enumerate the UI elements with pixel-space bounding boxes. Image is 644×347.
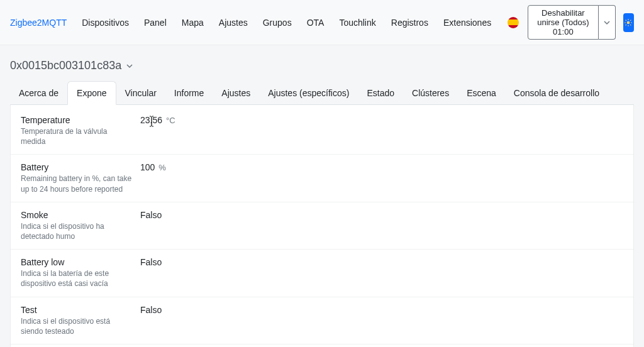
feature-row-smoke: Smoke Indica si el dispositivo ha detect… (11, 202, 633, 250)
permit-join-button[interactable]: Deshabilitar unirse (Todos) 01:00 (528, 5, 598, 40)
tab-scene[interactable]: Escena (458, 81, 505, 104)
tab-dev-console[interactable]: Consola de desarrollo (505, 81, 608, 104)
tab-settings-specific[interactable]: Ajustes (específicos) (259, 81, 358, 104)
device-ieee: 0x0015bc003101c83a (10, 59, 121, 72)
feature-name: Battery (21, 162, 133, 172)
feature-name: Battery low (21, 257, 133, 267)
tab-state[interactable]: Estado (358, 81, 403, 104)
device-title[interactable]: 0x0015bc003101c83a (10, 55, 634, 81)
tab-bind[interactable]: Vincular (116, 81, 165, 104)
nav-item-touchlink[interactable]: Touchlink (333, 14, 382, 31)
feature-row-battery: Battery Remaining battery in %, can take… (11, 155, 633, 202)
feature-row-battery-low: Battery low Indica si la batería de este… (11, 250, 633, 297)
feature-desc: Indica si el dispositivo ha detectado hu… (21, 221, 133, 241)
page-container: 0x0015bc003101c83a Acerca de Expone Vinc… (0, 45, 644, 347)
feature-name: Temperature (21, 115, 133, 125)
chevron-down-icon (604, 19, 610, 26)
locale-flag-icon[interactable] (508, 17, 519, 28)
feature-name: Smoke (21, 210, 133, 220)
feature-value: Falso (140, 210, 162, 220)
nav-item-devices[interactable]: Dispositivos (75, 14, 135, 31)
tab-clusters[interactable]: Clústeres (403, 81, 458, 104)
nav-item-settings[interactable]: Ajustes (213, 14, 254, 31)
svg-line-8 (630, 19, 631, 20)
feature-value: Falso (140, 305, 162, 315)
tab-reporting[interactable]: Informe (165, 81, 213, 104)
tab-settings[interactable]: Ajustes (213, 81, 259, 104)
feature-unit: °C (166, 116, 175, 125)
exposes-card: Temperature Temperatura de la válvula me… (10, 105, 634, 347)
theme-toggle-button[interactable] (623, 13, 634, 32)
svg-point-0 (627, 21, 630, 24)
feature-name: Test (21, 305, 133, 315)
nav-item-logs[interactable]: Registros (385, 14, 435, 31)
svg-line-6 (630, 25, 631, 25)
feature-desc: Indica si el dispositivo está siendo tes… (21, 316, 133, 336)
feature-value: 23.56 (140, 115, 162, 125)
nav-item-groups[interactable]: Grupos (257, 14, 298, 31)
feature-desc: Temperatura de la válvula medida (21, 126, 133, 146)
navbar-brand[interactable]: Zigbee2MQTT (10, 14, 73, 31)
feature-unit: % (158, 163, 166, 172)
permit-join-group: Deshabilitar unirse (Todos) 01:00 (528, 5, 615, 40)
chevron-down-icon (126, 63, 133, 69)
permit-join-more-button[interactable] (599, 5, 616, 40)
feature-desc: Indica si la batería de este dispositivo… (21, 268, 133, 289)
svg-line-7 (626, 25, 626, 25)
feature-row-max-duration: Max duration Duración de la sirena s (11, 344, 633, 347)
device-tabs: Acerca de Expone Vincular Informe Ajuste… (10, 81, 634, 105)
nav-item-dashboard[interactable]: Panel (138, 14, 173, 31)
nav-item-extensions[interactable]: Extensiones (437, 14, 497, 31)
feature-row-temperature: Temperature Temperatura de la válvula me… (11, 107, 633, 155)
feature-value: 100 (140, 162, 155, 172)
feature-desc: Remaining battery in %, can take up to 2… (21, 174, 133, 194)
feature-row-test: Test Indica si el dispositivo está siend… (11, 297, 633, 344)
nav-item-map[interactable]: Mapa (175, 14, 210, 31)
svg-line-5 (626, 19, 626, 20)
navbar: Zigbee2MQTT Dispositivos Panel Mapa Ajus… (0, 0, 644, 45)
tab-about[interactable]: Acerca de (10, 81, 67, 104)
feature-value: Falso (140, 257, 162, 267)
tab-exposes[interactable]: Expone (67, 81, 116, 105)
sun-icon (624, 18, 633, 27)
nav-item-ota[interactable]: OTA (301, 14, 331, 31)
